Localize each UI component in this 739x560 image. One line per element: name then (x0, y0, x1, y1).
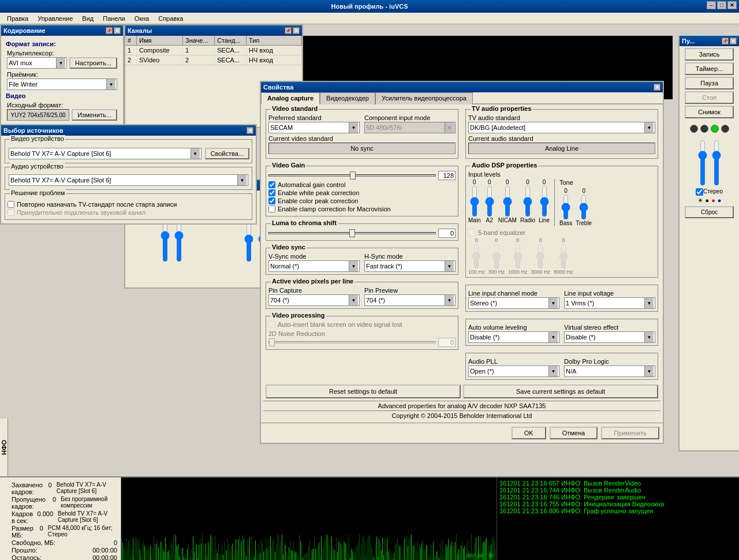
eq-8000hz[interactable]: 0 8000 Hz (554, 237, 573, 275)
pause-btn[interactable]: Пауза (685, 77, 734, 89)
tab-analog[interactable]: Analog capture (261, 92, 320, 104)
tv-standard-arrow[interactable]: ▼ (644, 122, 654, 133)
minimize-btn[interactable]: ─ (707, 1, 716, 9)
pin-capture-arrow[interactable]: ▼ (349, 295, 358, 305)
pin-capture-combo[interactable]: 704 (*) ▼ (268, 294, 360, 306)
video-properties-btn[interactable]: Свойства... (205, 148, 249, 159)
channel-arrow[interactable]: ▼ (548, 298, 558, 308)
check1[interactable] (8, 201, 14, 208)
preferred-arrow[interactable]: ▼ (349, 122, 358, 133)
pll-arrow[interactable]: ▼ (548, 366, 558, 376)
clamp-check[interactable] (268, 206, 275, 212)
right-pin-btn[interactable]: 📌 (722, 38, 729, 44)
agc-check[interactable] (268, 181, 275, 188)
luma-value[interactable] (438, 229, 456, 238)
slider-bass[interactable]: 0 Bass (559, 188, 572, 226)
stop-btn[interactable]: Стоп (685, 91, 734, 104)
menu-view[interactable]: Вид (77, 14, 98, 23)
eq-check[interactable] (468, 229, 476, 236)
menu-control[interactable]: Управление (33, 14, 77, 23)
virtual-stereo-arrow[interactable]: ▼ (644, 332, 654, 342)
tab-audio-processor[interactable]: Усилитель видеопроцессора (375, 92, 473, 104)
audio-device-combo[interactable]: Behold TV X7= A-V Capture [Slot 6] ▼ (9, 174, 248, 186)
reset-defaults-btn[interactable]: Reset settings to default (266, 384, 461, 398)
slider-nicam[interactable]: 0 NICAM (498, 179, 517, 226)
channels-pin-btn[interactable]: 📌 (285, 27, 292, 34)
slider-line[interactable]: 0 Line (539, 179, 550, 226)
slider-treble[interactable]: 0 Treble (576, 188, 592, 226)
dolby-arrow[interactable]: ▼ (644, 366, 654, 376)
side-slider-1[interactable] (697, 140, 708, 186)
video-device-group: Видео устройство Behold TV X7= A-V Captu… (5, 139, 252, 163)
receiver-arrow[interactable]: ▼ (106, 79, 115, 89)
stereo-check[interactable] (696, 188, 703, 196)
tab-video-decoder[interactable]: Видеодекодер (320, 92, 375, 104)
apply-btn[interactable]: Применить (601, 427, 659, 439)
component-combo[interactable]: 5D 480i/576i ▼ (364, 122, 456, 133)
reset-btn[interactable]: Сброс (685, 206, 734, 218)
virtual-stereo-combo[interactable]: Disable (*) ▼ (564, 331, 655, 343)
luma-slider[interactable] (268, 232, 436, 234)
preferred-combo[interactable]: SECAM ▼ (268, 122, 360, 133)
app-close-btn[interactable]: ✕ (727, 1, 737, 9)
menu-panels[interactable]: Панели (98, 14, 129, 23)
slider-main[interactable]: 0 Main (468, 179, 481, 226)
vsync-arrow[interactable]: ▼ (349, 261, 358, 271)
dolby-combo[interactable]: N/A ▼ (564, 365, 655, 377)
check2[interactable] (8, 209, 14, 216)
pin-preview-combo[interactable]: 704 (*) ▼ (364, 294, 456, 306)
channels-close-btn[interactable]: ✕ (293, 27, 300, 34)
audio-device-arrow[interactable]: ▼ (237, 175, 247, 185)
noise-slider[interactable] (268, 341, 436, 344)
properties-close-btn[interactable]: ✕ (654, 84, 660, 91)
vsync-combo[interactable]: Normal (*) ▼ (268, 260, 360, 272)
mux-setup-btn[interactable]: Настроить... (69, 57, 117, 69)
ok-btn[interactable]: OK (512, 427, 546, 439)
reset-save-row: Reset settings to default Save current s… (266, 384, 658, 398)
video-device-combo[interactable]: Behold TV X7= A-V Capture [Slot 6] ▼ (9, 148, 201, 159)
maximize-btn[interactable]: □ (717, 1, 726, 9)
video-device-arrow[interactable]: ▼ (191, 148, 200, 159)
pll-combo[interactable]: Open (*) ▼ (468, 365, 559, 377)
tv-standard-combo[interactable]: DK/BG [Autodetect] ▼ (468, 122, 655, 133)
menu-help[interactable]: Справка (154, 14, 188, 23)
save-defaults-btn[interactable]: Save current settings as default (463, 384, 658, 398)
side-slider-2[interactable] (711, 140, 722, 186)
change-btn[interactable]: Изменить... (72, 109, 117, 121)
channel-row-1[interactable]: 1 Composite 1 SECA... НЧ вход (125, 46, 302, 55)
menu-windows[interactable]: Окна (130, 14, 154, 23)
gain-value[interactable] (438, 171, 456, 180)
receiver-combo[interactable]: File Writer ▼ (7, 79, 117, 90)
voltage-arrow[interactable]: ▼ (644, 298, 654, 308)
mux-combo[interactable]: AVI mux ▼ (7, 57, 67, 69)
cancel-btn[interactable]: Отмена (550, 427, 598, 439)
eq-100hz[interactable]: 0 100 Hz (468, 237, 485, 275)
mux-arrow[interactable]: ▼ (56, 58, 65, 68)
channel-row-2[interactable]: 2 SVideo 2 SECA... НЧ вход (125, 55, 302, 65)
right-close-btn[interactable]: ✕ (730, 38, 737, 44)
snapshot-btn[interactable]: Снимок (685, 106, 734, 118)
auto-insert-check[interactable] (268, 321, 275, 328)
auto-volume-arrow[interactable]: ▼ (548, 332, 558, 342)
pin-preview-arrow[interactable]: ▼ (445, 295, 454, 305)
gain-slider[interactable] (268, 174, 436, 177)
timer-btn[interactable]: Таймер... (685, 62, 734, 75)
white-peak-check[interactable] (268, 189, 275, 196)
auto-volume-combo[interactable]: Disable (*) ▼ (468, 331, 559, 343)
encoding-close-btn[interactable]: ✕ (114, 27, 121, 34)
channel-combo[interactable]: Stereo (*) ▼ (468, 297, 559, 309)
eq-3000hz[interactable]: 0 3000 Hz (531, 237, 551, 275)
slider-radio[interactable]: 0 Radio (520, 179, 535, 226)
record-btn[interactable]: Запись (685, 48, 734, 61)
hsync-arrow[interactable]: ▼ (445, 261, 454, 271)
hsync-combo[interactable]: Fast track (*) ▼ (364, 260, 456, 272)
color-peak-check[interactable] (268, 197, 275, 204)
eq-300hz[interactable]: 0 300 Hz (488, 237, 505, 275)
encoding-pin-btn[interactable]: 📌 (106, 27, 113, 34)
voltage-combo[interactable]: 1 Vrms (*) ▼ (564, 297, 655, 309)
noise-value[interactable] (438, 338, 456, 347)
source-close-btn[interactable]: ✕ (247, 127, 253, 134)
menu-edit[interactable]: Правка (2, 14, 33, 23)
eq-1000hz[interactable]: 0 1000 Hz (508, 237, 528, 275)
slider-a2[interactable]: 0 A2 (484, 179, 495, 226)
